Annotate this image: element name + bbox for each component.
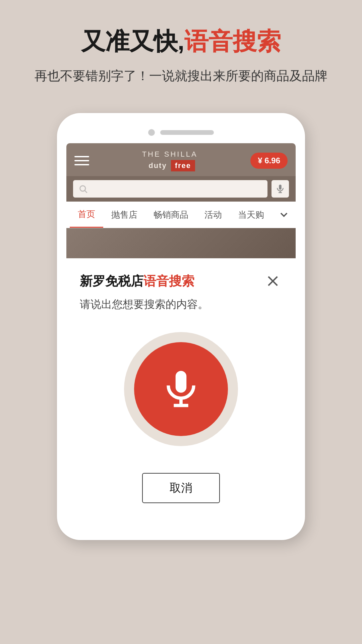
brand-name: THE SHILLA — [142, 150, 198, 159]
search-input-area[interactable] — [73, 180, 267, 198]
mic-outer-circle — [124, 332, 238, 446]
speaker-bar — [160, 130, 214, 135]
nav-tabs: 首页 抛售店 畅销商品 活动 当天购 — [66, 202, 296, 228]
duty-free-logo: duty free — [144, 160, 195, 171]
search-bar — [66, 176, 296, 202]
banner-area — [66, 228, 296, 258]
headline: 又准又快,语音搜索 — [20, 27, 342, 56]
phone-screen: THE SHILLA duty free ¥ 6.96 — [66, 143, 296, 520]
phone-frame: THE SHILLA duty free ¥ 6.96 — [57, 113, 305, 540]
voice-prompt: 请说出您想要搜索的内容。 — [80, 297, 282, 312]
close-button[interactable] — [263, 272, 282, 290]
voice-title-part1: 新罗免税店 — [80, 274, 143, 288]
free-text: free — [171, 160, 195, 171]
cancel-button[interactable]: 取消 — [142, 473, 220, 503]
top-section: 又准又快,语音搜索 再也不要错别字了！一说就搜出来所要的商品及品牌 — [0, 0, 362, 100]
headline-part1: 又准又快, — [81, 28, 184, 55]
voice-title-row: 新罗免税店语音搜索 — [80, 272, 282, 290]
svg-rect-2 — [279, 185, 282, 190]
points-value: ¥ 6.96 — [258, 156, 280, 165]
nav-tab-bestseller[interactable]: 畅销商品 — [145, 202, 196, 227]
nav-tab-activity[interactable]: 活动 — [196, 202, 230, 227]
mic-button[interactable] — [134, 342, 228, 436]
subtitle: 再也不要错别字了！一说就搜出来所要的商品及品牌 — [20, 66, 342, 86]
mic-circle-container — [80, 332, 282, 446]
mic-icon — [275, 184, 285, 194]
points-badge[interactable]: ¥ 6.96 — [250, 153, 288, 169]
mic-large-icon — [159, 367, 203, 411]
phone-notch — [66, 123, 296, 143]
camera-dot — [148, 129, 155, 136]
voice-title: 新罗免税店语音搜索 — [80, 273, 194, 290]
logo-area: THE SHILLA duty free — [142, 150, 198, 171]
voice-title-part2: 语音搜索 — [143, 274, 194, 288]
search-icon — [78, 184, 88, 194]
duty-text: duty — [144, 160, 171, 171]
nav-tab-sale[interactable]: 抛售店 — [103, 202, 145, 227]
cancel-btn-row: 取消 — [80, 473, 282, 503]
svg-rect-7 — [176, 371, 187, 393]
voice-search-overlay: 新罗免税店语音搜索 请说出您想要搜索的内容。 — [66, 258, 296, 520]
phone-wrapper: THE SHILLA duty free ¥ 6.96 — [57, 113, 305, 540]
svg-point-0 — [80, 186, 85, 191]
svg-line-1 — [85, 191, 87, 193]
close-icon — [266, 274, 280, 288]
mic-search-button[interactable] — [272, 180, 289, 198]
chevron-down-icon — [278, 209, 290, 221]
hamburger-icon[interactable] — [74, 156, 89, 165]
headline-part2: 语音搜索 — [184, 28, 281, 55]
nav-tab-today[interactable]: 当天购 — [230, 202, 272, 227]
nav-dropdown-button[interactable] — [276, 206, 292, 223]
nav-tab-home[interactable]: 首页 — [70, 202, 103, 228]
app-header: THE SHILLA duty free ¥ 6.96 — [66, 143, 296, 176]
